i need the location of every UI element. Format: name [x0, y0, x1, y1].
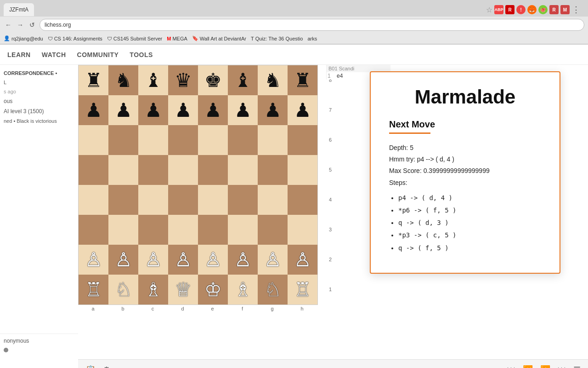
notes-icon[interactable]: 📋	[85, 365, 96, 368]
correspondence-label: CORRESPONDENCE •	[4, 69, 74, 78]
chess-cell-1-5[interactable]: ♟	[228, 95, 258, 125]
popup-subtitle: Next Move	[389, 119, 541, 130]
chess-cell-2-5[interactable]	[228, 125, 258, 155]
chess-cell-3-0[interactable]	[79, 155, 108, 185]
bookmark-5[interactable]: T Quiz: The 36 Questio	[251, 36, 303, 41]
ext-icon-4[interactable]: 🦊	[527, 5, 537, 14]
chess-cell-6-5[interactable]: ♙	[228, 245, 258, 275]
chess-cell-2-0[interactable]	[79, 125, 108, 155]
chess-cell-1-1[interactable]: ♟	[108, 95, 138, 125]
step-4: *p3 -> ( c, 5 )	[398, 230, 541, 241]
chess-cell-5-6[interactable]	[258, 215, 288, 245]
forward-icon[interactable]: →	[16, 20, 25, 29]
chess-cell-5-2[interactable]	[138, 215, 168, 245]
chess-cell-3-7[interactable]	[288, 155, 317, 185]
chess-cell-0-5[interactable]: ♝	[228, 65, 258, 95]
chess-cell-1-6[interactable]: ♟	[258, 95, 288, 125]
chess-cell-4-3[interactable]	[168, 185, 198, 215]
chess-cell-1-0[interactable]: ♟	[79, 95, 108, 125]
chess-cell-3-6[interactable]	[258, 155, 288, 185]
chess-cell-0-1[interactable]: ♞	[108, 65, 138, 95]
chess-cell-2-6[interactable]	[258, 125, 288, 155]
bookmark-1[interactable]: 👤 rq2jiang@edu	[4, 35, 43, 41]
chess-cell-7-5[interactable]: ♗	[228, 275, 258, 305]
chess-cell-3-4[interactable]	[198, 155, 228, 185]
chess-cell-4-2[interactable]	[138, 185, 168, 215]
chess-cell-4-5[interactable]	[228, 185, 258, 215]
chess-cell-1-7[interactable]: ♟	[288, 95, 317, 125]
chess-cell-5-4[interactable]	[198, 215, 228, 245]
last-move-icon[interactable]: ⏭	[558, 365, 566, 368]
bookmark-3[interactable]: 🛡 CS145 Submit Server	[107, 36, 162, 41]
settings-icon[interactable]: ⚙	[103, 365, 110, 368]
next-move-icon[interactable]: ⏩	[540, 365, 550, 368]
chess-cell-2-2[interactable]	[138, 125, 168, 155]
chess-cell-3-1[interactable]	[108, 155, 138, 185]
chess-cell-2-3[interactable]	[168, 125, 198, 155]
chess-cell-6-0[interactable]: ♙	[79, 245, 108, 275]
ext-icon-3[interactable]: !	[516, 5, 526, 14]
bookmark-4[interactable]: 🔖 Wall Art at DeviantAr	[192, 35, 246, 41]
nav-tools[interactable]: TOOLS	[130, 51, 153, 58]
chess-cell-2-4[interactable]	[198, 125, 228, 155]
browser-tab[interactable]: JZFmtA	[4, 3, 34, 16]
address-bar-input[interactable]	[40, 19, 584, 31]
nav-learn[interactable]: LEARN	[7, 51, 31, 58]
chess-cell-4-7[interactable]	[288, 185, 317, 215]
chess-cell-7-1[interactable]: ♘	[108, 275, 138, 305]
chess-cell-0-2[interactable]: ♝	[138, 65, 168, 95]
chess-cell-1-2[interactable]: ♟	[138, 95, 168, 125]
chess-cell-7-0[interactable]: ♖	[79, 275, 108, 305]
chess-cell-0-7[interactable]: ♜	[288, 65, 317, 95]
bookmark-6[interactable]: arks	[307, 36, 317, 41]
chess-cell-2-7[interactable]	[288, 125, 317, 155]
ext-icon-7[interactable]: M	[560, 5, 570, 14]
bookmark-mega[interactable]: M MEGA	[167, 36, 187, 41]
back-icon[interactable]: ←	[4, 20, 13, 29]
chess-cell-6-3[interactable]: ♙	[168, 245, 198, 275]
first-move-icon[interactable]: ⏮	[507, 365, 515, 368]
chess-cell-4-4[interactable]	[198, 185, 228, 215]
chess-cell-5-3[interactable]	[168, 215, 198, 245]
ext-icon-5[interactable]: 🐙	[538, 5, 548, 14]
reload-icon[interactable]: ↺	[28, 20, 37, 29]
chess-cell-4-6[interactable]	[258, 185, 288, 215]
chess-board[interactable]: ♜♞♝♛♚♝♞♜♟♟♟♟♟♟♟♟♙♙♙♙♙♙♙♙♖♘♗♕♔♗♘♖	[78, 65, 318, 305]
more-icon[interactable]: ⋮	[571, 5, 581, 14]
chess-cell-7-3[interactable]: ♕	[168, 275, 198, 305]
bookmark-2[interactable]: 🛡 CS 146: Assignments	[48, 36, 102, 41]
chess-cell-4-1[interactable]	[108, 185, 138, 215]
chess-cell-1-4[interactable]: ♟	[198, 95, 228, 125]
chess-cell-0-0[interactable]: ♜	[79, 65, 108, 95]
chess-cell-5-1[interactable]	[108, 215, 138, 245]
chess-cell-5-5[interactable]	[228, 215, 258, 245]
chess-cell-5-0[interactable]	[79, 215, 108, 245]
nav-community[interactable]: COMMUNITY	[77, 51, 119, 58]
chess-cell-6-2[interactable]: ♙	[138, 245, 168, 275]
chess-cell-3-3[interactable]	[168, 155, 198, 185]
chess-cell-4-0[interactable]	[79, 185, 108, 215]
nav-watch[interactable]: WATCH	[42, 51, 66, 58]
chess-cell-0-3[interactable]: ♛	[168, 65, 198, 95]
chess-cell-0-4[interactable]: ♚	[198, 65, 228, 95]
ext-icon-6[interactable]: R	[549, 5, 559, 14]
chess-cell-7-4[interactable]: ♔	[198, 275, 228, 305]
menu-icon[interactable]: ☰	[573, 365, 581, 368]
ext-icon-2[interactable]: R	[505, 5, 514, 14]
chess-cell-1-3[interactable]: ♟	[168, 95, 198, 125]
chess-cell-7-7[interactable]: ♖	[288, 275, 317, 305]
chess-cell-0-6[interactable]: ♞	[258, 65, 288, 95]
prev-move-icon[interactable]: ⏪	[523, 365, 533, 368]
chess-cell-7-2[interactable]: ♗	[138, 275, 168, 305]
chess-cell-2-1[interactable]	[108, 125, 138, 155]
chess-cell-3-2[interactable]	[138, 155, 168, 185]
chess-cell-6-7[interactable]: ♙	[288, 245, 317, 275]
ext-icon-1[interactable]: ABP	[494, 5, 503, 14]
chess-cell-5-7[interactable]	[288, 215, 317, 245]
chess-cell-6-6[interactable]: ♙	[258, 245, 288, 275]
chess-cell-7-6[interactable]: ♘	[258, 275, 288, 305]
chess-cell-6-1[interactable]: ♙	[108, 245, 138, 275]
chess-cell-3-5[interactable]	[228, 155, 258, 185]
chess-cell-6-4[interactable]: ♙	[198, 245, 228, 275]
star-icon[interactable]: ☆	[486, 6, 492, 14]
